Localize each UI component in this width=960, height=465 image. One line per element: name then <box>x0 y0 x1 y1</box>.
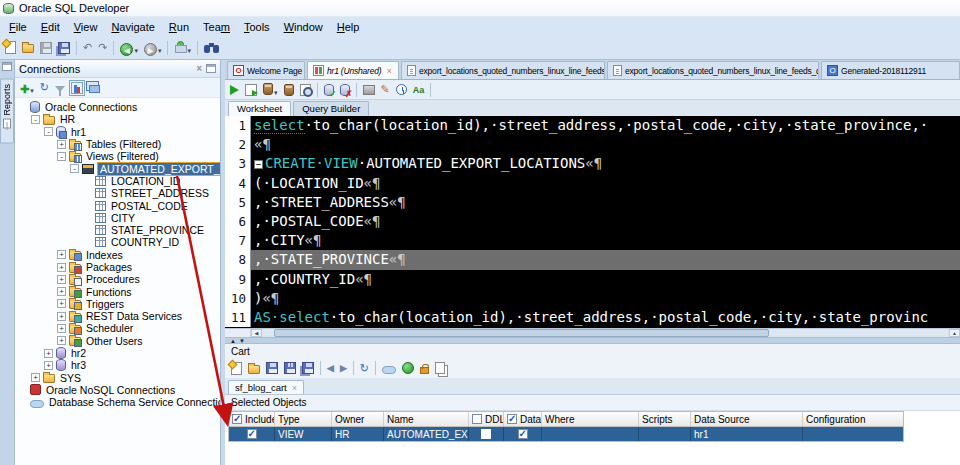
expand-icon[interactable] <box>44 349 53 358</box>
tree-item-hr[interactable]: HR <box>15 113 220 125</box>
menu-help[interactable]: Help <box>330 19 367 35</box>
expand-icon[interactable] <box>57 299 66 308</box>
tree-item-oracle-connections[interactable]: Oracle Connections <box>15 101 220 113</box>
save-all-carts-icon[interactable] <box>302 362 314 374</box>
col-include[interactable]: Include <box>229 412 275 426</box>
expand-icon[interactable] <box>57 324 66 333</box>
reports-vertical-tab[interactable]: Reports <box>0 79 14 144</box>
connections-button[interactable]: ▾ <box>174 39 191 57</box>
open-file-icon[interactable] <box>22 44 34 53</box>
rollback-icon[interactable] <box>340 84 350 96</box>
tree-item-scheduler[interactable]: Scheduler <box>15 322 220 334</box>
panel-minimize-icon[interactable] <box>206 64 216 73</box>
text-case-icon[interactable]: Aa <box>413 85 425 95</box>
editor-line[interactable]: 6,·POSTAL_CODE«¶ <box>225 212 960 231</box>
col-name[interactable]: Name <box>384 412 469 426</box>
restore-panel-icon[interactable] <box>2 62 12 71</box>
close-icon[interactable]: × <box>386 66 391 76</box>
menu-tools[interactable]: Tools <box>237 19 277 35</box>
filter-icon[interactable] <box>55 86 65 92</box>
menu-team[interactable]: Team <box>196 19 237 35</box>
save-all-icon[interactable] <box>58 42 70 54</box>
expand-icon[interactable] <box>31 373 40 382</box>
code-editor[interactable]: 1select·to_char(location_id),·street_add… <box>225 116 960 328</box>
expand-icon[interactable] <box>57 287 66 296</box>
tree-item-views[interactable]: Views (Filtered) <box>15 150 220 162</box>
tab-welcome-page[interactable]: OWelcome Page× <box>227 61 305 79</box>
tree-item-automated-export-locations[interactable]: AUTOMATED_EXPORT_LOCATIONS <box>15 162 220 174</box>
expand-icon[interactable] <box>57 312 66 321</box>
editor-line[interactable]: 7,·CITY«¶ <box>225 231 960 250</box>
new-cart-icon[interactable] <box>231 362 242 375</box>
editor-line[interactable]: 3−CREATE·VIEW·AUTOMATED_EXPORT_LOCATIONS… <box>225 154 960 173</box>
include-checkbox[interactable] <box>247 429 257 439</box>
scrollbar-track[interactable] <box>262 329 949 337</box>
ddl-all-checkbox[interactable] <box>472 414 482 424</box>
tree-item-rest-data-services[interactable]: REST Data Services <box>15 310 220 322</box>
tree-item-packages[interactable]: Packages <box>15 261 220 273</box>
tree-item-functions[interactable]: Functions <box>15 285 220 297</box>
save-icon[interactable] <box>40 42 52 54</box>
tree-item-triggers[interactable]: Triggers <box>15 298 220 310</box>
menu-view[interactable]: View <box>67 19 105 35</box>
expand-icon[interactable] <box>44 361 53 370</box>
close-icon[interactable]: × <box>292 383 297 393</box>
table-row-automated-export-locations[interactable]: VIEW HR AUTOMATED_EXPORT... hr1 <box>229 427 903 442</box>
expand-icon[interactable] <box>57 336 66 345</box>
search-icon[interactable] <box>204 43 219 53</box>
add-connection-button[interactable]: ✚▾ <box>20 79 34 97</box>
sql-tuning-icon[interactable] <box>284 84 294 96</box>
scrollbar-thumb[interactable] <box>274 329 769 337</box>
cart-back-icon[interactable]: ◀ <box>327 363 334 373</box>
run-statement-icon[interactable] <box>230 85 239 95</box>
tree-item-other-users[interactable]: Other Users <box>15 335 220 347</box>
tree-item-state-province[interactable]: STATE_PROVINCE <box>15 224 220 236</box>
sql-history-icon[interactable] <box>396 84 407 95</box>
fold-icon[interactable]: − <box>254 160 263 169</box>
save-cart-icon[interactable] <box>266 362 278 374</box>
unshared-worksheet-icon[interactable] <box>363 85 375 95</box>
expand-icon[interactable] <box>57 275 66 284</box>
editor-line[interactable]: 4(·LOCATION_ID«¶ <box>225 174 960 193</box>
cart-forward-icon[interactable]: ▶ <box>340 363 347 373</box>
expand-icon[interactable] <box>57 140 66 149</box>
tree-item-tables[interactable]: Tables (Filtered) <box>15 138 220 150</box>
collapse-icon[interactable] <box>57 152 66 161</box>
apply-icon[interactable] <box>402 362 414 374</box>
commit-icon[interactable] <box>324 84 334 96</box>
menu-navigate[interactable]: Navigate <box>104 19 161 35</box>
tab-export-locations-di-txt[interactable]: export_locations_quoted_numbers_linux_li… <box>607 61 819 79</box>
new-file-icon[interactable] <box>5 41 16 54</box>
forward-button[interactable]: ▶▾ <box>144 39 162 57</box>
col-data[interactable]: Data <box>504 412 542 426</box>
redo-icon[interactable]: ↷ <box>98 42 107 53</box>
run-script-icon[interactable] <box>245 84 257 96</box>
sort-icon[interactable] <box>71 82 83 94</box>
pencil-icon[interactable]: ✎ <box>381 84 390 95</box>
tree-item-hr3[interactable]: hr3 <box>15 359 220 371</box>
col-data-source[interactable]: Data Source <box>691 412 803 426</box>
editor-cart-splitter[interactable]: ▲▼ <box>225 337 960 344</box>
menu-edit[interactable]: Edit <box>34 19 67 35</box>
tab-sf-blog-cart[interactable]: sf_blog_cart× <box>228 380 304 394</box>
ddl-checkbox[interactable] <box>481 429 491 439</box>
tree-item-sys[interactable]: SYS <box>15 372 220 384</box>
expand-icon[interactable] <box>57 263 66 272</box>
col-ddl[interactable]: DDL <box>469 412 504 426</box>
editor-line[interactable]: 10)«¶ <box>225 289 960 308</box>
copy-icon[interactable] <box>435 362 445 374</box>
scroll-up-icon[interactable]: ▲ <box>949 329 960 337</box>
expand-icon[interactable] <box>57 250 66 259</box>
col-owner[interactable]: Owner <box>332 412 384 426</box>
col-type[interactable]: Type <box>275 412 332 426</box>
scroll-left-icon[interactable]: ◀ <box>251 329 262 337</box>
export-cart-icon[interactable] <box>284 362 296 374</box>
data-checkbox[interactable] <box>518 429 528 439</box>
tree-item-hr1[interactable]: hr1 <box>15 126 220 138</box>
panel-close-icon[interactable]: × <box>196 63 202 74</box>
include-all-checkbox[interactable] <box>232 414 242 424</box>
tree-item-postal-code[interactable]: POSTAL_CODE <box>15 199 220 211</box>
splitter-up-icon[interactable]: ▲ <box>230 338 236 344</box>
tree-item-hr2[interactable]: hr2 <box>15 347 220 359</box>
collapse-icon[interactable] <box>44 127 53 136</box>
